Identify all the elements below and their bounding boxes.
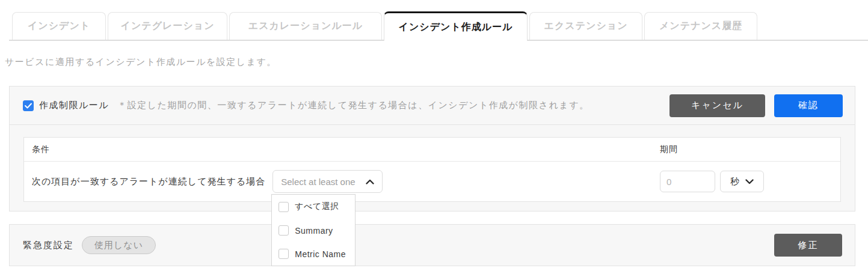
confirm-button[interactable]: 確認 — [774, 94, 843, 117]
dropdown-option-select-all[interactable]: すべて選択 — [272, 195, 355, 219]
tab-maintenance-history[interactable]: メンテナンス履歴 — [644, 12, 757, 40]
condition-table-header-row: 条件 期間 — [24, 138, 840, 162]
summary-checkbox[interactable] — [279, 225, 289, 236]
tab-escalation-rules[interactable]: エスカレーションルール — [229, 12, 382, 40]
cancel-button[interactable]: キャンセル — [669, 94, 765, 117]
tab-incident[interactable]: インシデント — [12, 12, 106, 40]
urgency-setting-label: 緊急度設定 — [23, 240, 74, 251]
urgency-setting-panel: 緊急度設定 使用しない 修正 — [9, 224, 855, 266]
select-placeholder-text: Select at least one — [281, 177, 355, 187]
dropdown-option-summary[interactable]: Summary — [272, 219, 355, 242]
tab-extension[interactable]: エクステンション — [529, 12, 642, 40]
tab-bar: インシデント インテグレーション エスカレーションルール インシデント作成ルール… — [9, 11, 868, 41]
check-icon — [25, 103, 32, 109]
tab-incident-creation-rules[interactable]: インシデント作成ルール — [384, 11, 528, 41]
tab-integration[interactable]: インテグレーション — [108, 12, 227, 40]
dropdown-option-label: Metric Name — [295, 249, 346, 259]
dropdown-option-metric-name[interactable]: Metric Name — [272, 242, 355, 266]
dropdown-option-label: Summary — [295, 226, 333, 236]
period-unit-select[interactable]: 秒 — [720, 171, 764, 192]
urgency-status-badge: 使用しない — [82, 236, 156, 254]
condition-column-header: 条件 — [32, 144, 50, 155]
period-unit-value: 秒 — [730, 176, 739, 187]
dropdown-option-label: すべて選択 — [295, 201, 339, 212]
metric-name-checkbox[interactable] — [279, 249, 289, 259]
match-fields-dropdown-menu: すべて選択 Summary Metric Name — [271, 194, 356, 266]
edit-button[interactable]: 修正 — [774, 234, 842, 257]
condition-table-data-row: 次の項目が一致するアラートが連続して発生する場合 Select at least… — [24, 162, 840, 201]
restriction-rule-note: ＊設定した期間の間、一致するアラートが連続して発生する場合は、インシデント作成が… — [117, 100, 589, 111]
restriction-panel-header: 作成制限ルール ＊設定した期間の間、一致するアラートが連続して発生する場合は、イ… — [10, 87, 855, 125]
chevron-up-icon — [366, 179, 374, 184]
period-column-header: 期間 — [660, 144, 678, 155]
chevron-down-icon — [745, 179, 754, 184]
condition-description: 次の項目が一致するアラートが連続して発生する場合 — [32, 176, 265, 187]
page-description: サービスに適用するインシデント作成ルールを設定します。 — [5, 56, 277, 68]
match-fields-select[interactable]: Select at least one — [272, 170, 383, 193]
restriction-rule-label[interactable]: 作成制限ルール — [39, 100, 109, 111]
match-fields-select-wrap: Select at least one すべて選択 Summary — [272, 170, 383, 193]
condition-table: 条件 期間 次の項目が一致するアラートが連続して発生する場合 Select at… — [23, 137, 841, 202]
creation-restriction-panel: 作成制限ルール ＊設定した期間の間、一致するアラートが連続して発生する場合は、イ… — [9, 86, 855, 212]
restriction-rule-checkbox[interactable] — [23, 100, 34, 111]
select-all-checkbox[interactable] — [279, 202, 289, 212]
period-value-input[interactable] — [660, 171, 715, 192]
